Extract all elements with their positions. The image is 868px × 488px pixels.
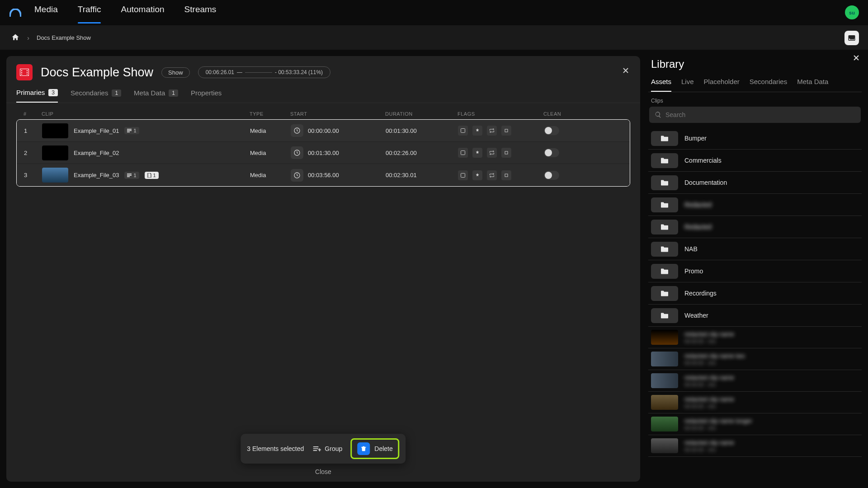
clean-toggle[interactable] xyxy=(544,148,559,157)
time-used: 00:06:26.01 xyxy=(206,69,234,75)
nav-tab-automation[interactable]: Automation xyxy=(121,5,164,21)
svg-rect-5 xyxy=(27,72,28,73)
time-progress-bar xyxy=(245,72,272,73)
col-duration: DURATION xyxy=(385,111,458,117)
subtab-primaries[interactable]: Primaries3 xyxy=(16,89,58,103)
clip-thumbnail xyxy=(651,417,678,432)
svg-rect-21 xyxy=(505,174,508,177)
svg-rect-9 xyxy=(127,131,130,132)
folder-icon xyxy=(651,153,678,168)
subtab-properties[interactable]: Properties xyxy=(191,89,222,103)
flag-icon[interactable] xyxy=(501,148,511,158)
library-clip[interactable]: redacted clip name00:00:00 · info xyxy=(648,327,862,348)
close-editor-button[interactable] xyxy=(619,64,632,77)
col-type: TYPE xyxy=(250,111,290,117)
clean-toggle[interactable] xyxy=(544,171,559,180)
nav-tab-traffic[interactable]: Traffic xyxy=(78,5,101,21)
library-folder[interactable]: Promo xyxy=(648,260,862,282)
library-folder[interactable]: Commercials xyxy=(648,150,862,172)
trash-icon xyxy=(357,442,370,455)
table-row[interactable]: 2Example_File_02Media00:01:30.0000:02:26… xyxy=(17,142,630,164)
svg-rect-2 xyxy=(21,72,22,73)
svg-rect-20 xyxy=(461,173,465,177)
group-button[interactable]: Group xyxy=(312,444,342,453)
library-tab-assets[interactable]: Assets xyxy=(651,78,671,92)
flag-icon[interactable] xyxy=(501,170,511,180)
flag-icon[interactable] xyxy=(472,170,482,180)
show-title: Docs Example Show xyxy=(41,66,153,80)
svg-rect-1 xyxy=(21,70,22,71)
library-folder[interactable]: Recordings xyxy=(648,282,862,305)
inbox-button[interactable] xyxy=(844,31,859,45)
library-folder[interactable]: NAB xyxy=(648,238,862,260)
clip-thumbnail xyxy=(651,330,678,345)
delete-button[interactable]: Delete xyxy=(350,438,399,459)
search-icon xyxy=(655,111,662,118)
flag-icon[interactable] xyxy=(487,126,497,136)
home-icon[interactable] xyxy=(11,33,20,42)
clip-thumbnail xyxy=(651,395,678,410)
library-clip[interactable]: redacted clip name00:00:00 · info xyxy=(648,435,862,457)
library-folder[interactable]: Bumper xyxy=(648,127,862,150)
clock-icon xyxy=(291,124,303,137)
svg-rect-7 xyxy=(127,129,132,130)
library-clip[interactable]: redacted clip name longer00:00:00 · info xyxy=(648,413,862,435)
clip-thumbnail xyxy=(651,373,678,388)
library-clip[interactable]: redacted clip name00:00:00 · info xyxy=(648,392,862,413)
app-logo-icon[interactable] xyxy=(9,6,22,19)
library-search[interactable] xyxy=(649,107,861,123)
editor-card: Docs Example Show Show 00:06:26.01 — - 0… xyxy=(6,56,640,482)
time-total: - 00:53:33.24 (11%) xyxy=(275,69,323,75)
secondaries-badge: 1 xyxy=(124,127,139,134)
flag-icon[interactable] xyxy=(458,126,468,136)
library-tab-secondaries[interactable]: Secondaries xyxy=(750,78,787,92)
library-tab-placeholder[interactable]: Placeholder xyxy=(704,78,740,92)
flag-icon[interactable] xyxy=(458,148,468,158)
svg-rect-16 xyxy=(127,174,132,174)
subtab-secondaries[interactable]: Secondaries1 xyxy=(71,89,121,103)
nav-tab-streams[interactable]: Streams xyxy=(184,5,217,21)
library-tab-live[interactable]: Live xyxy=(681,78,694,92)
show-button[interactable]: Show xyxy=(161,67,190,78)
folder-icon xyxy=(651,197,678,212)
clip-thumbnail xyxy=(42,145,68,160)
breadcrumb-bar: › Docs Example Show xyxy=(0,25,868,50)
folder-icon xyxy=(651,131,678,146)
library-folder[interactable]: Documentation xyxy=(648,172,862,194)
flag-icon[interactable] xyxy=(501,126,511,136)
subtab-meta-data[interactable]: Meta Data1 xyxy=(134,89,178,103)
clean-toggle[interactable] xyxy=(544,126,559,135)
svg-rect-17 xyxy=(127,175,132,176)
flag-icon[interactable] xyxy=(487,148,497,158)
breadcrumb-current[interactable]: Docs Example Show xyxy=(37,34,91,41)
nav-tab-media[interactable]: Media xyxy=(34,5,58,21)
flag-icon[interactable] xyxy=(472,148,482,158)
user-avatar[interactable]: su xyxy=(845,5,859,19)
chevron-right-icon: › xyxy=(27,34,29,42)
library-folder[interactable]: Weather xyxy=(648,305,862,327)
library-pane: Library AssetsLivePlaceholderSecondaries… xyxy=(646,50,868,488)
top-nav: MediaTrafficAutomationStreams su xyxy=(0,0,868,25)
library-clip[interactable]: redacted clip name00:00:00 · info xyxy=(648,370,862,392)
close-library-button[interactable] xyxy=(853,54,860,61)
group-icon xyxy=(312,444,321,453)
flag-icon[interactable] xyxy=(458,170,468,180)
selection-action-bar: 3 Elements selected Group Delete xyxy=(241,434,406,464)
flag-icon[interactable] xyxy=(487,170,497,180)
library-tabs: AssetsLivePlaceholderSecondariesMeta Dat… xyxy=(648,72,862,92)
selection-count: 3 Elements selected xyxy=(247,445,304,452)
table-row[interactable]: 3Example_File_03 1 1Media00:03:56.0000:0… xyxy=(17,164,630,186)
library-folder[interactable]: Redacted xyxy=(648,216,862,238)
table-row[interactable]: 1Example_File_01 1Media00:00:00.0000:01:… xyxy=(17,120,630,142)
secondaries-badge: 1 xyxy=(124,172,139,179)
col-start: START xyxy=(290,111,385,117)
library-tab-meta-data[interactable]: Meta Data xyxy=(797,78,828,92)
close-link[interactable]: Close xyxy=(315,468,331,475)
library-clip[interactable]: redacted clip name two00:00:00 · info xyxy=(648,348,862,370)
editor-header: Docs Example Show Show 00:06:26.01 — - 0… xyxy=(6,56,640,85)
clips-section-label: Clips xyxy=(648,92,862,107)
show-type-icon xyxy=(16,64,33,80)
search-input[interactable] xyxy=(665,111,855,118)
library-folder[interactable]: Redacted xyxy=(648,194,862,216)
flag-icon[interactable] xyxy=(472,126,482,136)
